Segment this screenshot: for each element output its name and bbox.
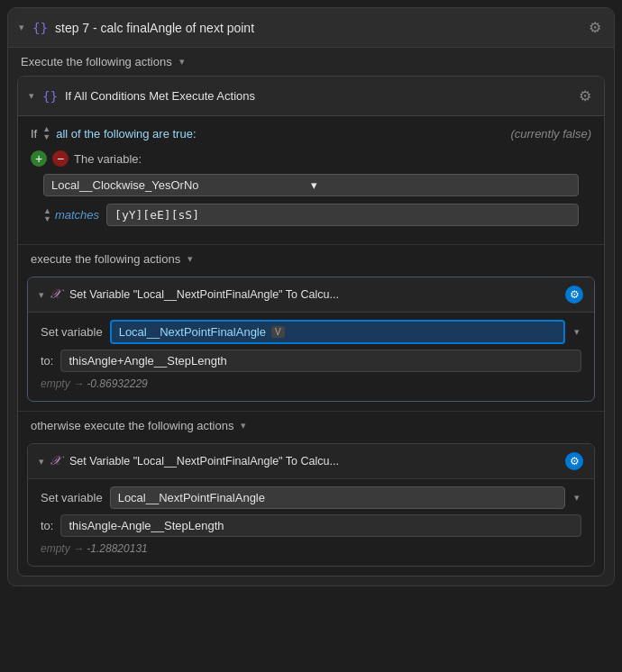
- action2-var-dropdown-button[interactable]: ▾: [572, 492, 581, 504]
- inner-header: ▾ {} If All Conditions Met Execute Actio…: [18, 77, 604, 116]
- action2-chevron-icon[interactable]: ▾: [39, 456, 44, 468]
- action2-header: ▾ 𝒳 Set Variable "Local__NextPointFinalA…: [28, 444, 594, 479]
- action1-x-icon: 𝒳: [50, 286, 64, 304]
- variable-select-row[interactable]: Local__Clockwise_YesOrNo ▾: [43, 174, 579, 196]
- remove-condition-button[interactable]: −: [52, 150, 69, 167]
- inner-curly-icon: {}: [40, 86, 59, 106]
- action1-variable-input[interactable]: Local__NextPointFinalAngle V: [110, 320, 565, 344]
- action1-chevron-icon[interactable]: ▾: [39, 289, 44, 301]
- svg-text:𝒳: 𝒳: [50, 453, 64, 468]
- action2-result-empty: empty: [41, 542, 70, 555]
- otherwise-section-label: otherwise execute the following actions: [31, 419, 233, 432]
- action-card-2: ▾ 𝒳 Set Variable "Local__NextPointFinalA…: [27, 443, 595, 567]
- outer-header: ▾ {} step 7 - calc finalAngle of next po…: [8, 8, 614, 48]
- outer-title: step 7 - calc finalAngle of next point: [55, 21, 581, 35]
- variable-label: The variable:: [74, 152, 142, 166]
- otherwise-section-dropdown-button[interactable]: ▾: [239, 420, 248, 431]
- action1-result-row: empty → -0.86932229: [41, 377, 581, 394]
- action2-result-value: -1.28820131: [87, 542, 147, 555]
- action2-result-row: empty → -1.28820131: [41, 542, 581, 558]
- action2-to-label: to:: [41, 519, 53, 532]
- outer-curly-icon: {}: [30, 18, 50, 38]
- action1-variable-value: Local__NextPointFinalAngle: [119, 325, 266, 339]
- execute-actions-label: Execute the following actions: [21, 55, 172, 68]
- action2-set-label: Set variable: [41, 491, 103, 504]
- action1-var-dropdown-button[interactable]: ▾: [572, 326, 581, 338]
- action2-body: Set variable Local__NextPointFinalAngle …: [28, 479, 594, 566]
- currently-false-badge: (currently false): [510, 127, 591, 141]
- execute-section-dropdown-button[interactable]: ▾: [186, 253, 195, 265]
- action2-variable-input[interactable]: Local__NextPointFinalAngle: [110, 486, 565, 509]
- action1-body: Set variable Local__NextPointFinalAngle …: [28, 313, 594, 401]
- action1-set-var-row: Set variable Local__NextPointFinalAngle …: [41, 320, 581, 344]
- action1-header: ▾ 𝒳 Set Variable "Local__NextPointFinalA…: [28, 277, 594, 313]
- action2-x-icon: 𝒳: [50, 453, 64, 470]
- action2-gear-blue-button[interactable]: ⚙: [565, 452, 583, 470]
- action1-v-badge: V: [271, 326, 285, 338]
- action1-title: Set Variable "Local__NextPointFinalAngle…: [69, 288, 560, 301]
- action1-set-label: Set variable: [41, 325, 103, 339]
- outer-chevron-icon[interactable]: ▾: [19, 22, 24, 33]
- execute-actions-row: Execute the following actions ▾: [8, 48, 614, 76]
- action1-to-value[interactable]: thisAngle+Angle__StepLength: [60, 350, 581, 372]
- execute-dropdown-button[interactable]: ▾: [178, 56, 187, 68]
- action1-to-label: to:: [41, 354, 53, 368]
- action2-title: Set Variable "Local__NextPointFinalAngle…: [69, 455, 560, 468]
- up-down-arrows-icon[interactable]: ▲▼: [42, 125, 50, 141]
- matches-row: ▲▼ matches: [43, 204, 579, 226]
- svg-text:𝒳: 𝒳: [50, 286, 64, 301]
- action1-to-row: to: thisAngle+Angle__StepLength: [41, 350, 581, 372]
- action1-result-empty: empty: [41, 377, 70, 390]
- action1-gear-blue-button[interactable]: ⚙: [565, 286, 583, 304]
- variable-name-value: Local__Clockwise_YesOrNo: [51, 178, 311, 192]
- execute-section-label: execute the following actions: [31, 252, 180, 266]
- action2-set-var-row: Set variable Local__NextPointFinalAngle …: [41, 486, 581, 509]
- action1-result-arrow-icon: →: [73, 377, 87, 390]
- action2-variable-value: Local__NextPointFinalAngle: [118, 491, 265, 504]
- if-label: If: [31, 127, 37, 141]
- all-following-label: all of the following are true:: [56, 127, 196, 141]
- svg-text:{}: {}: [32, 21, 48, 35]
- matches-arrows-icon[interactable]: ▲▼: [43, 207, 51, 223]
- inner-chevron-icon[interactable]: ▾: [29, 90, 34, 102]
- action2-to-value[interactable]: thisAngle-Angle__StepLength: [60, 514, 581, 537]
- matches-control: ▲▼ matches: [43, 207, 99, 223]
- action1-result-value: -0.86932229: [87, 377, 147, 390]
- inner-card: ▾ {} If All Conditions Met Execute Actio…: [17, 76, 605, 577]
- outer-card: ▾ {} step 7 - calc finalAngle of next po…: [7, 7, 615, 586]
- execute-section-row: execute the following actions ▾: [18, 244, 604, 273]
- outer-gear-button[interactable]: ⚙: [587, 17, 603, 38]
- matches-value-input[interactable]: [106, 204, 579, 226]
- action2-to-row: to: thisAngle-Angle__StepLength: [41, 514, 581, 537]
- conditions-section: If ▲▼ all of the following are true: (cu…: [18, 116, 604, 244]
- variable-dropdown-arrow-icon: ▾: [311, 178, 571, 192]
- if-row: If ▲▼ all of the following are true: (cu…: [31, 125, 591, 141]
- svg-text:{}: {}: [42, 89, 58, 104]
- action-card-1: ▾ 𝒳 Set Variable "Local__NextPointFinalA…: [27, 277, 595, 402]
- inner-title: If All Conditions Met Execute Actions: [65, 89, 572, 103]
- add-condition-button[interactable]: +: [31, 150, 47, 167]
- inner-gear-button[interactable]: ⚙: [577, 86, 593, 106]
- otherwise-section-row: otherwise execute the following actions …: [18, 411, 604, 440]
- matches-label: matches: [55, 208, 99, 222]
- var-row: + − The variable:: [31, 150, 591, 167]
- action2-result-arrow-icon: →: [73, 542, 87, 555]
